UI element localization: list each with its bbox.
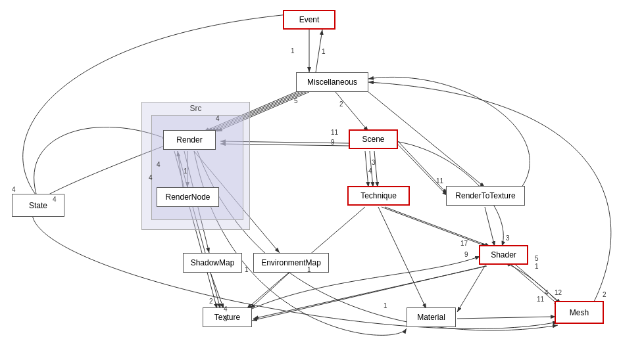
svg-line-12 — [374, 151, 378, 187]
edge-label-11: 11 — [331, 129, 338, 136]
edge-label-4f: 4 — [545, 289, 549, 296]
svg-line-30 — [457, 263, 487, 312]
edge-label-1f: 1 — [307, 266, 311, 273]
edge-label-4a: 4 — [157, 161, 161, 168]
node-rendernode[interactable]: RenderNode — [157, 187, 219, 207]
diagram-container: Src Event Miscellaneous Scene State Rend… — [0, 0, 644, 360]
edge-label-4b: 4 — [149, 174, 153, 181]
node-technique[interactable]: Technique — [347, 186, 410, 206]
edge-label-1e: 1 — [245, 266, 249, 273]
group-src-label: Src — [190, 104, 202, 113]
edge-label-4h: 4 — [216, 115, 220, 122]
edge-label-9: 9 — [331, 139, 335, 146]
edge-label-2b: 2 — [339, 101, 343, 108]
svg-line-23 — [382, 207, 487, 246]
svg-line-25 — [485, 207, 495, 246]
svg-line-35 — [457, 317, 556, 319]
edge-label-4c: 4 — [12, 186, 16, 193]
edge-label-3: 3 — [506, 235, 510, 242]
svg-line-4 — [335, 92, 368, 131]
edge-label-4g: 4 — [368, 168, 372, 175]
edge-label-12: 12 — [555, 289, 562, 296]
node-rendertotexture[interactable]: RenderToTexture — [446, 186, 525, 206]
node-miscellaneous[interactable]: Miscellaneous — [296, 72, 368, 92]
edge-label-3c: 3 — [372, 159, 376, 166]
node-shadowmap[interactable]: ShadowMap — [183, 253, 242, 273]
svg-line-34 — [250, 273, 289, 309]
edge-label-1c: 1 — [384, 302, 387, 309]
node-event[interactable]: Event — [283, 10, 335, 30]
node-environmentmap[interactable]: EnvironmentMap — [253, 253, 329, 273]
edge-label-1: 1 — [291, 47, 295, 55]
node-shader[interactable]: Shader — [479, 245, 528, 265]
edge-label-11b: 11 — [436, 177, 443, 185]
edge-label-5b: 5 — [535, 255, 539, 262]
svg-line-24 — [385, 207, 490, 246]
node-state[interactable]: State — [12, 194, 64, 217]
edge-label-4d: 4 — [53, 196, 57, 203]
node-scene[interactable]: Scene — [349, 129, 398, 149]
edge-label-2: 1 — [322, 48, 326, 55]
edge-label-9b: 9 — [464, 251, 468, 258]
edge-label-2c: 2 — [209, 298, 213, 305]
edge-label-4e: 4 — [224, 305, 228, 313]
node-render[interactable]: Render — [163, 130, 216, 150]
edge-label-17: 17 — [460, 240, 468, 247]
edge-label-1b: 1 — [184, 168, 187, 175]
edge-label-1d: 1 — [535, 263, 539, 270]
node-material[interactable]: Material — [407, 307, 456, 327]
edge-label-3b: 3 — [224, 315, 228, 323]
edge-label-2d: 2 — [603, 291, 607, 298]
edge-label-11c: 11 — [537, 296, 544, 303]
edge-label-5: 5 — [294, 97, 298, 104]
svg-line-27 — [378, 207, 426, 309]
svg-line-31 — [505, 259, 559, 305]
node-mesh[interactable]: Mesh — [555, 301, 604, 324]
